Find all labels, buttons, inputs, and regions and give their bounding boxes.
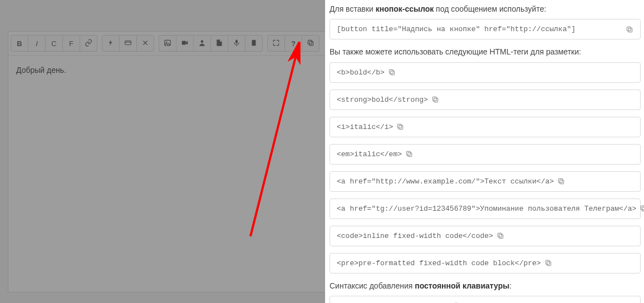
link-button[interactable]	[80, 35, 97, 52]
copy-icon[interactable]	[496, 232, 504, 240]
code-button[interactable]: C	[45, 35, 63, 52]
hand-icon	[107, 39, 115, 48]
svg-rect-18	[398, 124, 402, 128]
svg-rect-22	[558, 178, 562, 182]
code-text: <code>inline fixed-width code</code>	[337, 232, 493, 240]
code-text: <a href="http://www.example.com/">Текст …	[337, 177, 554, 186]
svg-rect-15	[434, 98, 437, 102]
svg-rect-4	[182, 41, 186, 44]
font-button[interactable]: F	[62, 35, 80, 52]
svg-rect-27	[547, 262, 550, 266]
fullscreen-icon	[272, 39, 280, 48]
svg-rect-26	[498, 233, 502, 237]
fullscreen-button[interactable]	[267, 35, 285, 52]
svg-rect-20	[406, 151, 410, 155]
svg-rect-25	[499, 235, 503, 239]
svg-rect-21	[560, 180, 564, 184]
copy-icon[interactable]	[396, 123, 404, 131]
image-icon	[164, 39, 171, 48]
bold-label: B	[17, 39, 22, 48]
code-text: [button title="Надпись на кнопке" href="…	[337, 25, 576, 33]
code-text: <i>italic</i>	[337, 123, 393, 131]
copy-icon[interactable]	[388, 68, 396, 76]
hand-button[interactable]	[102, 35, 120, 52]
image-button[interactable]	[159, 35, 176, 52]
svg-rect-0	[125, 41, 131, 44]
code-box-link: <a href="http://www.example.com/">Текст …	[330, 171, 641, 192]
help-panel: Для вставки кнопок-ссылок под сообщением…	[325, 0, 644, 303]
user-button[interactable]	[193, 35, 211, 52]
card-icon	[124, 39, 132, 48]
code-label: C	[51, 39, 56, 48]
copy-icon[interactable]	[640, 205, 644, 212]
italic-button[interactable]: I	[28, 35, 46, 52]
doc-button[interactable]	[245, 35, 263, 52]
editor-text: Добрый день.	[16, 66, 66, 74]
svg-point-3	[166, 41, 167, 42]
mic-icon	[233, 39, 240, 48]
code-text: <a href="tg://user?id=123456789">Упомина…	[337, 205, 636, 213]
code-box-tg-user: <a href="tg://user?id=123456789">Упомина…	[330, 198, 641, 219]
card-button[interactable]	[119, 35, 137, 52]
copy-icon[interactable]	[405, 150, 413, 158]
link-icon	[85, 39, 92, 48]
panel-intro-keyboard: Синтаксис добавления постоянной клавиату…	[330, 280, 641, 291]
italic-label: I	[36, 39, 38, 48]
svg-rect-7	[252, 39, 256, 46]
file-icon	[215, 39, 223, 48]
code-text: <pre>pre-formatted fixed-width code bloc…	[337, 259, 541, 267]
mic-button[interactable]	[228, 35, 245, 52]
file-button[interactable]	[210, 35, 228, 52]
doc-icon	[250, 39, 258, 48]
svg-rect-8	[309, 41, 313, 45]
code-text: <b>bold</b>	[337, 68, 385, 77]
copy-icon[interactable]	[544, 259, 552, 267]
copy-icon[interactable]	[431, 96, 439, 103]
svg-rect-6	[235, 39, 238, 43]
code-box-button: [button title="Надпись на кнопке" href="…	[330, 19, 641, 39]
svg-rect-14	[389, 69, 393, 73]
help-icon: ?	[291, 39, 296, 48]
code-box-italic-i: <i>italic</i>	[330, 117, 641, 137]
code-box-pre: <pre>pre-formatted fixed-width code bloc…	[330, 253, 641, 274]
close-icon	[141, 39, 149, 48]
copy-icon[interactable]	[557, 177, 565, 185]
code-text: <strong>bold</strong>	[337, 96, 428, 104]
svg-rect-9	[308, 40, 312, 44]
svg-point-5	[201, 40, 204, 43]
video-button[interactable]	[176, 35, 194, 52]
panel-intro-buttons: Для вставки кнопок-ссылок под сообщением…	[330, 3, 641, 14]
svg-rect-12	[627, 27, 631, 31]
code-box-inline-code: <code>inline fixed-width code</code>	[330, 226, 641, 246]
help-button[interactable]: ?	[284, 35, 302, 52]
svg-rect-13	[390, 71, 394, 75]
code-box-keyboard: [keyboard text="Кнопка 1"]	[330, 296, 641, 303]
font-label: F	[69, 39, 73, 48]
video-icon	[181, 39, 189, 48]
copy-icon	[307, 39, 314, 48]
copy-button[interactable]	[302, 35, 319, 52]
panel-intro-tags: Вы также можете использовать следующие H…	[330, 46, 641, 57]
code-text: <em>italic</em>	[337, 150, 402, 158]
bold-button[interactable]: B	[11, 35, 28, 52]
svg-rect-11	[628, 28, 632, 32]
close-button[interactable]	[136, 35, 154, 52]
svg-rect-17	[399, 126, 403, 130]
code-box-italic-em: <em>italic</em>	[330, 144, 641, 165]
user-icon	[198, 39, 206, 48]
svg-rect-19	[408, 153, 412, 157]
svg-rect-28	[545, 260, 549, 264]
code-box-strong: <strong>bold</strong>	[330, 90, 641, 110]
copy-icon[interactable]	[626, 26, 633, 33]
code-box-bold: <b>bold</b>	[330, 62, 641, 83]
svg-rect-16	[432, 97, 436, 101]
